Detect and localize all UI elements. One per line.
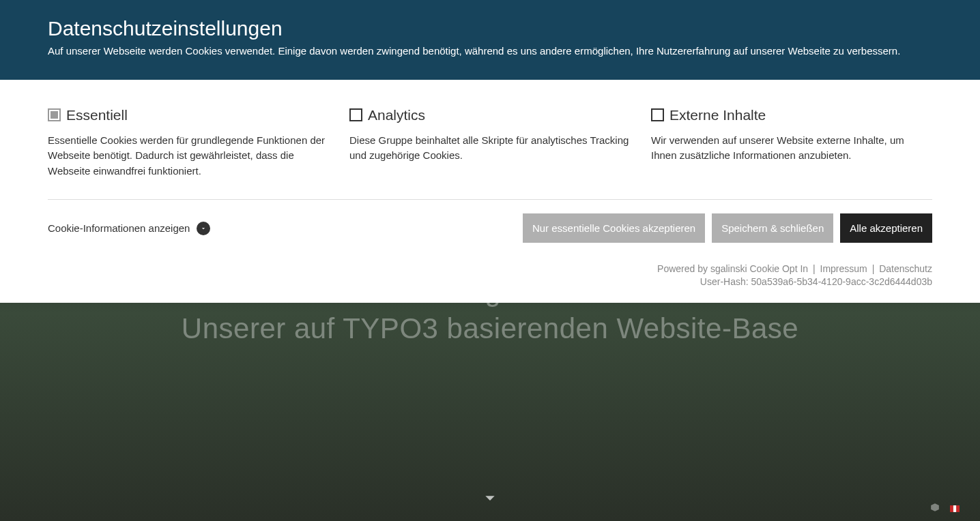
cookie-modal-body: Essentiell Essentielle Cookies werden fü… (0, 80, 980, 257)
cookie-group-label: Externe Inhalte (669, 107, 766, 123)
cookie-consent-modal: Datenschutzeinstellungen Auf unserer Web… (0, 0, 980, 303)
cookie-modal-title: Datenschutzeinstellungen (48, 17, 932, 40)
scroll-down-icon[interactable] (479, 487, 501, 514)
cookie-group-description: Wir verwenden auf unserer Website extern… (651, 133, 932, 164)
cookie-buttons-container: Nur essentielle Cookies akzeptieren Spei… (523, 213, 932, 243)
typo3-icon[interactable] (930, 503, 940, 514)
cookie-modal-header: Datenschutzeinstellungen Auf unserer Web… (0, 0, 980, 80)
cookie-legal-footer: Powered by sgalinski Cookie Opt In | Imp… (0, 256, 980, 303)
cookie-modal-footer: Cookie-Informationen anzeigen Nur essent… (48, 200, 932, 243)
cookie-group-essential: Essentiell Essentielle Cookies werden fü… (48, 107, 329, 179)
legal-separator: | (813, 263, 816, 274)
cookie-group-external: Externe Inhalte Wir verwenden auf unsere… (651, 107, 932, 179)
legal-line-1: Powered by sgalinski Cookie Opt In | Imp… (48, 263, 932, 274)
svg-rect-1 (953, 505, 956, 512)
datenschutz-link[interactable]: Datenschutz (879, 263, 932, 274)
impressum-link[interactable]: Impressum (820, 263, 867, 274)
checkbox-external[interactable] (651, 108, 664, 121)
bottom-icons-container (930, 503, 960, 514)
cookie-info-toggle-label: Cookie-Informationen anzeigen (48, 222, 190, 234)
cookie-info-toggle[interactable]: Cookie-Informationen anzeigen (48, 222, 210, 235)
powered-by-link[interactable]: Powered by sgalinski Cookie Opt In (657, 263, 808, 274)
user-hash-value: 50a539a6-5b34-4120-9acc-3c2d6444d03b (751, 276, 932, 287)
cookie-group-header: Essentiell (48, 107, 329, 123)
language-icon[interactable] (950, 503, 960, 514)
checkbox-essential (48, 108, 61, 121)
cookie-group-description: Diese Gruppe beinhaltet alle Skripte für… (349, 133, 631, 164)
chevron-down-icon (197, 222, 210, 235)
user-hash-label: User-Hash: (700, 276, 749, 287)
checkbox-analytics[interactable] (349, 108, 362, 121)
essential-only-button[interactable]: Nur essentielle Cookies akzeptieren (523, 213, 705, 243)
cookie-group-label: Essentiell (66, 107, 128, 123)
cookie-group-header: Analytics (349, 107, 631, 123)
cookie-group-description: Essentielle Cookies werden für grundlege… (48, 133, 329, 179)
hero-line-2: Unserer auf TYPO3 basierenden Website-Ba… (0, 310, 980, 348)
cookie-modal-subtitle: Auf unserer Webseite werden Cookies verw… (48, 44, 932, 59)
cookie-group-header: Externe Inhalte (651, 107, 932, 123)
legal-separator: | (872, 263, 875, 274)
cookie-group-analytics: Analytics Diese Gruppe beinhaltet alle S… (349, 107, 631, 179)
legal-line-2: User-Hash: 50a539a6-5b34-4120-9acc-3c2d6… (48, 276, 932, 287)
save-close-button[interactable]: Speichern & schließen (712, 213, 833, 243)
accept-all-button[interactable]: Alle akzeptieren (840, 213, 932, 243)
cookie-groups-container: Essentiell Essentielle Cookies werden fü… (48, 107, 932, 200)
cookie-group-label: Analytics (368, 107, 425, 123)
